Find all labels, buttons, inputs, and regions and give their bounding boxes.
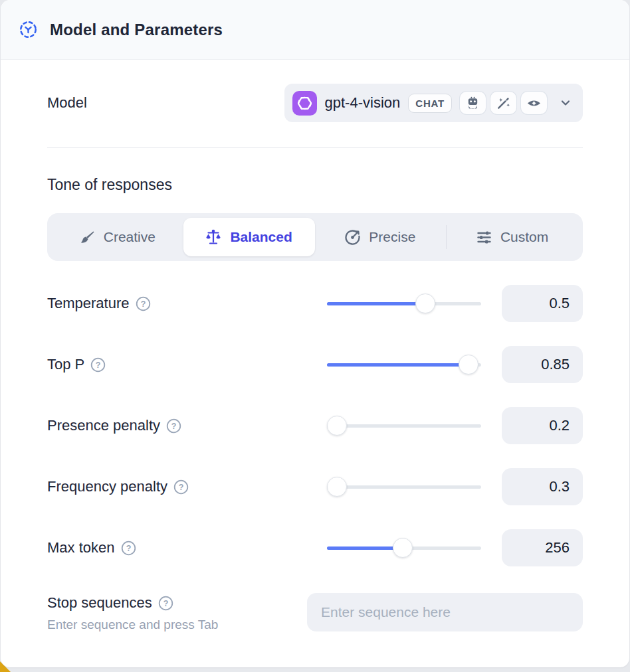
parameter-value-input[interactable] [502, 468, 583, 505]
parameter-label: Presence penalty [47, 417, 160, 434]
slider-track [327, 485, 481, 489]
slider-thumb[interactable] [393, 538, 413, 558]
stop-sequences-row: Stop sequences ? Enter sequence and pres… [47, 593, 583, 632]
tone-segmented-control: Creative Balanced [47, 213, 583, 261]
slider-thumb[interactable] [415, 294, 435, 313]
parameter-rows: Temperature ? Top P ? [47, 285, 583, 566]
parameter-slider[interactable] [327, 538, 481, 558]
paintbrush-icon [80, 230, 95, 245]
tab-creative[interactable]: Creative [52, 218, 183, 256]
stop-sequences-hint: Enter sequence and press Tab [47, 618, 307, 632]
target-icon [345, 230, 360, 245]
tab-label: Custom [500, 229, 548, 245]
tab-label: Precise [369, 229, 415, 245]
capability-icons [460, 92, 547, 114]
magic-wand-icon [490, 92, 516, 114]
stop-sequences-label: Stop sequences [47, 594, 152, 612]
help-icon[interactable]: ? [158, 596, 173, 611]
tab-precise[interactable]: Precise [315, 218, 447, 256]
selected-model-name: gpt-4-vision [325, 94, 401, 112]
robot-icon [460, 92, 486, 114]
help-icon[interactable]: ? [121, 541, 136, 556]
model-select-dropdown[interactable]: gpt-4-vision CHAT [284, 84, 583, 122]
parameter-label: Frequency penalty [47, 478, 167, 495]
help-icon[interactable]: ? [166, 418, 181, 434]
slider-thumb[interactable] [327, 416, 347, 436]
svg-text:?: ? [126, 544, 131, 553]
vision-eye-icon [521, 92, 547, 114]
model-label: Model [47, 94, 87, 112]
sliders-icon [476, 230, 492, 245]
parameter-value-input[interactable] [502, 529, 583, 566]
help-icon[interactable]: ? [90, 357, 106, 373]
model-row: Model gpt-4-vision CH [47, 84, 583, 122]
parameter-label: Max token [47, 539, 115, 556]
svg-text:?: ? [96, 361, 101, 370]
help-icon[interactable]: ? [173, 479, 189, 495]
model-parameters-panel: Model and Parameters Model [1, 0, 629, 667]
stop-sequences-labels: Stop sequences ? Enter sequence and pres… [47, 593, 307, 632]
parameter-label: Temperature [47, 295, 130, 312]
svg-text:?: ? [171, 422, 177, 431]
parameter-row: Frequency penalty ? [47, 468, 583, 505]
chevron-down-icon [559, 96, 572, 110]
parameter-slider[interactable] [327, 355, 481, 375]
chat-mode-badge: CHAT [408, 94, 452, 113]
parameter-row: Max token ? [47, 529, 583, 566]
slider-fill [327, 363, 478, 367]
panel-header: Model and Parameters [1, 0, 629, 60]
slider-thumb[interactable] [459, 355, 478, 375]
parameter-value-input[interactable] [502, 407, 583, 444]
slider-track [327, 424, 481, 428]
model-3d-icon [19, 21, 37, 39]
parameter-slider[interactable] [327, 477, 481, 497]
openai-logo-icon [292, 91, 317, 116]
tab-label: Creative [104, 229, 156, 245]
parameter-label: Top P [47, 356, 84, 373]
svg-text:?: ? [163, 599, 168, 608]
help-icon[interactable]: ? [136, 296, 151, 311]
parameter-row: Top P ? [47, 346, 583, 383]
tab-balanced[interactable]: Balanced [183, 218, 315, 256]
section-divider [47, 147, 583, 148]
parameter-value-input[interactable] [502, 285, 583, 322]
tab-label: Balanced [230, 229, 292, 245]
balance-scale-icon [205, 229, 221, 245]
svg-text:?: ? [140, 299, 146, 309]
page-title: Model and Parameters [50, 21, 223, 39]
tab-custom[interactable]: Custom [447, 218, 578, 256]
tone-heading: Tone of responses [47, 176, 583, 194]
parameter-row: Presence penalty ? [47, 407, 583, 444]
parameter-row: Temperature ? [47, 285, 583, 322]
parameter-slider[interactable] [327, 294, 481, 313]
svg-text:?: ? [179, 483, 184, 492]
slider-fill [327, 546, 403, 550]
stop-sequence-input[interactable] [307, 593, 583, 631]
parameter-slider[interactable] [327, 416, 481, 436]
slider-fill [327, 302, 429, 305]
parameter-value-input[interactable] [502, 346, 583, 383]
slider-thumb[interactable] [327, 477, 347, 497]
